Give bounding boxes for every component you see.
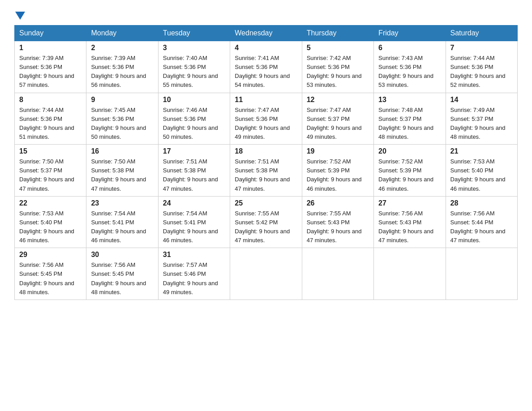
calendar-day-cell: 25Sunrise: 7:55 AMSunset: 5:42 PMDayligh… [230,196,302,248]
calendar-header-cell: Wednesday [230,26,302,41]
day-number: 15 [19,147,82,155]
day-number: 21 [450,147,513,155]
calendar-week-row: 8Sunrise: 7:44 AMSunset: 5:36 PMDaylight… [15,93,518,145]
logo-arrow-icon [15,12,25,20]
calendar-day-cell: 22Sunrise: 7:53 AMSunset: 5:40 PMDayligh… [15,196,86,248]
calendar-day-cell: 8Sunrise: 7:44 AMSunset: 5:36 PMDaylight… [15,93,86,145]
day-number: 17 [163,147,225,155]
calendar-day-cell: 3Sunrise: 7:40 AMSunset: 5:36 PMDaylight… [158,41,230,93]
calendar-week-row: 15Sunrise: 7:50 AMSunset: 5:37 PMDayligh… [15,145,518,197]
day-number: 24 [163,199,225,207]
day-info: Sunrise: 7:44 AMSunset: 5:36 PMDaylight:… [19,107,74,140]
calendar-header-cell: Monday [86,26,158,41]
day-number: 18 [235,147,297,155]
calendar-header-cell: Tuesday [158,26,230,41]
day-info: Sunrise: 7:56 AMSunset: 5:45 PMDaylight:… [91,261,146,295]
day-number: 23 [91,199,153,207]
calendar-day-cell: 16Sunrise: 7:50 AMSunset: 5:38 PMDayligh… [86,145,158,197]
day-number: 5 [307,44,369,52]
day-info: Sunrise: 7:41 AMSunset: 5:36 PMDaylight:… [235,55,290,88]
day-info: Sunrise: 7:56 AMSunset: 5:44 PMDaylight:… [450,210,506,244]
day-number: 28 [450,199,513,207]
day-number: 12 [307,96,369,104]
calendar-day-cell: 11Sunrise: 7:47 AMSunset: 5:36 PMDayligh… [230,93,302,145]
calendar-day-cell: 27Sunrise: 7:56 AMSunset: 5:43 PMDayligh… [374,196,446,248]
calendar-day-cell: 30Sunrise: 7:56 AMSunset: 5:45 PMDayligh… [86,248,158,300]
day-info: Sunrise: 7:48 AMSunset: 5:37 PMDaylight:… [378,107,433,140]
day-number: 19 [307,147,369,155]
day-info: Sunrise: 7:40 AMSunset: 5:36 PMDaylight:… [163,55,218,88]
calendar-day-cell: 29Sunrise: 7:56 AMSunset: 5:45 PMDayligh… [15,248,86,300]
calendar-day-cell [446,248,517,300]
calendar-header-cell: Sunday [15,26,86,41]
calendar-day-cell: 19Sunrise: 7:52 AMSunset: 5:39 PMDayligh… [302,145,373,197]
svg-marker-0 [15,12,25,20]
day-number: 6 [378,44,441,52]
calendar-day-cell: 31Sunrise: 7:57 AMSunset: 5:46 PMDayligh… [158,248,230,300]
day-number: 26 [307,199,369,207]
day-info: Sunrise: 7:46 AMSunset: 5:36 PMDaylight:… [163,107,218,140]
calendar-day-cell: 6Sunrise: 7:43 AMSunset: 5:36 PMDaylight… [374,41,446,93]
header [14,11,518,18]
day-number: 10 [163,96,225,104]
calendar-day-cell: 17Sunrise: 7:51 AMSunset: 5:38 PMDayligh… [158,145,230,197]
day-info: Sunrise: 7:57 AMSunset: 5:46 PMDaylight:… [163,261,218,295]
day-info: Sunrise: 7:53 AMSunset: 5:40 PMDaylight:… [19,210,74,244]
day-info: Sunrise: 7:39 AMSunset: 5:36 PMDaylight:… [91,55,146,88]
day-info: Sunrise: 7:54 AMSunset: 5:41 PMDaylight:… [91,210,146,244]
day-info: Sunrise: 7:55 AMSunset: 5:43 PMDaylight:… [307,210,362,244]
day-number: 1 [19,44,82,52]
day-info: Sunrise: 7:49 AMSunset: 5:37 PMDaylight:… [450,107,506,140]
day-info: Sunrise: 7:50 AMSunset: 5:37 PMDaylight:… [19,158,74,192]
calendar-day-cell: 12Sunrise: 7:47 AMSunset: 5:37 PMDayligh… [302,93,373,145]
calendar-day-cell: 4Sunrise: 7:41 AMSunset: 5:36 PMDaylight… [230,41,302,93]
day-number: 16 [91,147,153,155]
calendar-day-cell: 1Sunrise: 7:39 AMSunset: 5:36 PMDaylight… [15,41,86,93]
calendar-week-row: 1Sunrise: 7:39 AMSunset: 5:36 PMDaylight… [15,41,518,93]
day-number: 9 [91,96,153,104]
day-info: Sunrise: 7:47 AMSunset: 5:36 PMDaylight:… [235,107,290,140]
calendar-day-cell: 20Sunrise: 7:52 AMSunset: 5:39 PMDayligh… [374,145,446,197]
calendar-day-cell: 14Sunrise: 7:49 AMSunset: 5:37 PMDayligh… [446,93,517,145]
calendar-table: SundayMondayTuesdayWednesdayThursdayFrid… [14,25,518,300]
calendar-day-cell: 13Sunrise: 7:48 AMSunset: 5:37 PMDayligh… [374,93,446,145]
calendar-day-cell: 2Sunrise: 7:39 AMSunset: 5:36 PMDaylight… [86,41,158,93]
day-number: 30 [91,251,153,259]
day-info: Sunrise: 7:39 AMSunset: 5:36 PMDaylight:… [19,55,74,88]
calendar-week-row: 22Sunrise: 7:53 AMSunset: 5:40 PMDayligh… [15,196,518,248]
calendar-day-cell: 23Sunrise: 7:54 AMSunset: 5:41 PMDayligh… [86,196,158,248]
calendar-day-cell: 15Sunrise: 7:50 AMSunset: 5:37 PMDayligh… [15,145,86,197]
calendar-day-cell: 18Sunrise: 7:51 AMSunset: 5:38 PMDayligh… [230,145,302,197]
calendar-day-cell: 21Sunrise: 7:53 AMSunset: 5:40 PMDayligh… [446,145,517,197]
day-info: Sunrise: 7:51 AMSunset: 5:38 PMDaylight:… [235,158,290,192]
calendar-header-row: SundayMondayTuesdayWednesdayThursdayFrid… [15,26,518,41]
calendar-day-cell [230,248,302,300]
calendar-day-cell [374,248,446,300]
day-info: Sunrise: 7:47 AMSunset: 5:37 PMDaylight:… [307,107,362,140]
day-info: Sunrise: 7:45 AMSunset: 5:36 PMDaylight:… [91,107,146,140]
day-info: Sunrise: 7:42 AMSunset: 5:36 PMDaylight:… [307,55,362,88]
day-info: Sunrise: 7:52 AMSunset: 5:39 PMDaylight:… [378,158,433,192]
calendar-day-cell [302,248,373,300]
day-info: Sunrise: 7:56 AMSunset: 5:43 PMDaylight:… [378,210,433,244]
calendar-header-cell: Saturday [446,26,517,41]
calendar-header-cell: Friday [374,26,446,41]
day-number: 13 [378,96,441,104]
calendar-day-cell: 10Sunrise: 7:46 AMSunset: 5:36 PMDayligh… [158,93,230,145]
calendar-day-cell: 5Sunrise: 7:42 AMSunset: 5:36 PMDaylight… [302,41,373,93]
calendar-day-cell: 28Sunrise: 7:56 AMSunset: 5:44 PMDayligh… [446,196,517,248]
day-info: Sunrise: 7:44 AMSunset: 5:36 PMDaylight:… [450,55,506,88]
day-info: Sunrise: 7:56 AMSunset: 5:45 PMDaylight:… [19,261,74,295]
calendar-day-cell: 26Sunrise: 7:55 AMSunset: 5:43 PMDayligh… [302,196,373,248]
day-info: Sunrise: 7:52 AMSunset: 5:39 PMDaylight:… [307,158,362,192]
calendar-header-cell: Thursday [302,26,373,41]
calendar-day-cell: 9Sunrise: 7:45 AMSunset: 5:36 PMDaylight… [86,93,158,145]
calendar-day-cell: 7Sunrise: 7:44 AMSunset: 5:36 PMDaylight… [446,41,517,93]
day-info: Sunrise: 7:50 AMSunset: 5:38 PMDaylight:… [91,158,146,192]
day-number: 20 [378,147,441,155]
day-number: 22 [19,199,82,207]
day-number: 29 [19,251,82,259]
day-number: 4 [235,44,297,52]
day-number: 25 [235,199,297,207]
logo [14,11,25,18]
